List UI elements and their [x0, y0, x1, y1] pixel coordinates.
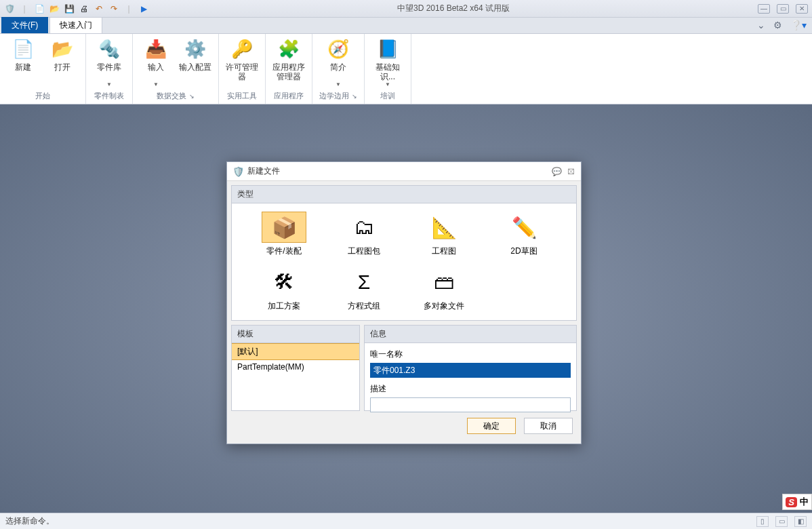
group-label: 开始 — [35, 90, 50, 104]
unique-name-input[interactable] — [370, 363, 571, 378]
type-label: 多对象文件 — [424, 300, 464, 312]
group-label: 零件制表 — [94, 90, 124, 104]
type-sketch-2d[interactable]: ✏️2D草图 — [484, 212, 564, 257]
app-icon[interactable]: 🛡️ — [4, 3, 15, 14]
type-label: 零件/装配 — [266, 246, 301, 257]
group-label: 应用程序 — [274, 90, 304, 104]
dialog-icon: 🛡️ — [232, 166, 243, 177]
dialog-help-icon[interactable]: 💬 — [552, 167, 562, 176]
ribbon-group: 🔑许可管理器实用工具 — [219, 34, 266, 104]
button-label: 打开 — [54, 62, 70, 81]
ok-button[interactable]: 确定 — [467, 418, 516, 434]
collapse-ribbon-icon[interactable]: ⌄ — [757, 20, 765, 31]
dropdown-icon[interactable]: ▼ — [336, 81, 341, 87]
status-icon-1[interactable]: ▯ — [756, 516, 769, 527]
partlib-button[interactable]: 🔩零件库▼ — [93, 37, 125, 90]
ribbon: 📄新建📂打开开始🔩零件库▼零件制表📥输入▼⚙️输入配置数据交换↘🔑许可管理器实用… — [0, 34, 812, 104]
type-multi-object[interactable]: 🗃多对象文件 — [404, 267, 484, 312]
qat-separator: | — [19, 3, 30, 14]
open-icon[interactable] — [49, 3, 60, 14]
type-panel-header: 类型 — [231, 185, 577, 203]
button-label: 新建 — [15, 62, 31, 81]
group-label: 实用工具 — [227, 90, 257, 104]
dialog-close-icon[interactable]: ⛝ — [567, 167, 575, 176]
type-part-assembly[interactable]: 📦零件/装配 — [244, 212, 324, 257]
type-drawing-package[interactable]: 🗂工程图包 — [324, 212, 404, 257]
open-button[interactable]: 📂打开 — [46, 37, 79, 90]
group-label: 数据交换↘ — [157, 90, 195, 104]
group-label: 培训 — [380, 90, 395, 104]
type-label: 加工方案 — [268, 300, 300, 312]
license-mgr-icon: 🔑 — [230, 37, 254, 61]
button-label: 零件库 — [97, 62, 121, 81]
ribbon-group: 🧩应用程序管理器应用程序 — [266, 34, 312, 104]
types-grid: 📦零件/装配🗂工程图包📐工程图✏️2D草图🛠加工方案Σ方程式组🗃多对象文件 — [231, 203, 577, 321]
save-icon[interactable] — [64, 3, 75, 14]
button-label: 简介 — [330, 62, 346, 81]
unique-name-label: 唯一名称 — [370, 349, 571, 360]
ime-text: 中 — [800, 496, 809, 508]
drawing-package-icon: 🗂 — [348, 214, 380, 240]
tab-file[interactable]: 文件(F) — [1, 17, 48, 33]
dropdown-icon[interactable]: ▼ — [153, 81, 159, 87]
app-mgr-icon: 🧩 — [277, 37, 301, 61]
description-input[interactable] — [370, 397, 571, 412]
new-button[interactable]: 📄新建 — [7, 37, 39, 90]
dropdown-icon[interactable]: ▼ — [385, 81, 390, 87]
new-icon: 📄 — [11, 37, 35, 61]
window-title: 中望3D 2016 Beta2 x64 试用版 — [149, 3, 758, 14]
workspace: 🛡️ 新建文件 💬 ⛝ 类型 📦零件/装配🗂工程图包📐工程图✏️2D草图🛠加工方… — [0, 104, 812, 513]
type-equation-set[interactable]: Σ方程式组 — [324, 267, 404, 312]
dropdown-icon[interactable]: ▼ — [106, 81, 112, 87]
template-panel-header: 模板 — [231, 325, 360, 343]
new-icon[interactable] — [34, 3, 45, 14]
type-drawing[interactable]: 📐工程图 — [404, 212, 484, 257]
status-icon-3[interactable]: ◧ — [794, 516, 807, 527]
partlib-icon: 🔩 — [97, 37, 121, 61]
status-message: 选择新命令。 — [5, 515, 54, 527]
status-icon-2[interactable]: ▭ — [775, 516, 788, 527]
redo-icon[interactable] — [108, 3, 119, 14]
cam-plan-icon: 🛠 — [268, 269, 300, 295]
window-buttons: — ▭ ✕ — [758, 4, 808, 14]
undo-icon[interactable] — [94, 3, 104, 14]
type-cam-plan[interactable]: 🛠加工方案 — [244, 267, 324, 312]
quick-access-toolbar: 🛡️ | | — [4, 3, 149, 14]
group-launcher-icon[interactable]: ↘ — [189, 93, 195, 100]
dialog-title: 新建文件 — [247, 165, 552, 177]
close-button[interactable]: ✕ — [796, 4, 808, 14]
play-icon[interactable] — [138, 3, 149, 14]
cancel-button[interactable]: 取消 — [524, 418, 573, 434]
qat-separator: | — [123, 3, 134, 14]
tab-quickstart[interactable]: 快速入门 — [49, 17, 102, 33]
button-label: 输入 — [148, 62, 164, 81]
license-mgr-button[interactable]: 🔑许可管理器 — [226, 37, 258, 90]
intro-button[interactable]: 🧭简介▼ — [322, 37, 354, 90]
minimize-button[interactable]: — — [758, 4, 770, 14]
dialog-titlebar[interactable]: 🛡️ 新建文件 💬 ⛝ — [227, 162, 581, 181]
basics-button[interactable]: 📘基础知识...▼ — [371, 37, 404, 90]
ime-logo-icon: S — [786, 497, 797, 507]
template-item[interactable]: PartTemplate(MM) — [232, 360, 359, 374]
import-icon: 📥 — [144, 37, 168, 61]
basics-icon: 📘 — [375, 37, 400, 61]
settings-icon[interactable]: ⚙ — [773, 20, 782, 31]
maximize-button[interactable]: ▭ — [777, 4, 789, 14]
ime-badge[interactable]: S 中 — [782, 494, 812, 510]
help-icon[interactable]: ❔▾ — [790, 20, 807, 31]
group-launcher-icon[interactable]: ↘ — [352, 93, 357, 100]
type-label: 方程式组 — [348, 300, 380, 312]
app-mgr-button[interactable]: 🧩应用程序管理器 — [272, 37, 305, 90]
new-file-dialog: 🛡️ 新建文件 💬 ⛝ 类型 📦零件/装配🗂工程图包📐工程图✏️2D草图🛠加工方… — [226, 161, 582, 444]
title-bar: 🛡️ | | 中望3D 2016 Beta2 x64 试用版 — ▭ ✕ — [0, 0, 812, 18]
template-list[interactable]: [默认]PartTemplate(MM) — [231, 343, 360, 411]
ribbon-group: 📘基础知识...▼培训 — [365, 34, 411, 104]
button-label: 基础知识... — [371, 62, 404, 81]
template-item[interactable]: [默认] — [232, 343, 359, 360]
ribbon-group: 📄新建📂打开开始 — [0, 34, 86, 104]
print-icon[interactable] — [79, 3, 89, 14]
ribbon-group: 🔩零件库▼零件制表 — [86, 34, 133, 104]
button-label: 许可管理器 — [226, 62, 258, 81]
import-button[interactable]: 📥输入▼ — [140, 37, 172, 90]
import-config-button[interactable]: ⚙️输入配置 — [179, 37, 211, 90]
